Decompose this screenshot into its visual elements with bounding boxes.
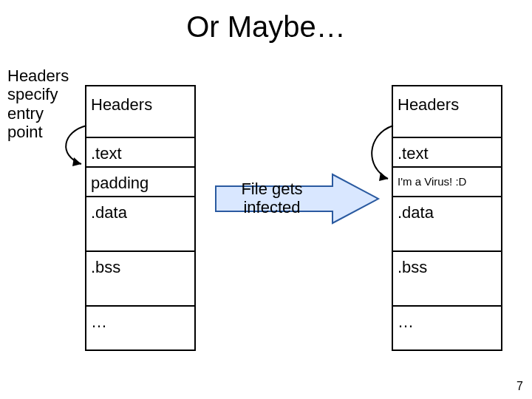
left-bss: .bss: [86, 255, 194, 280]
arrow-label: File gets infected: [228, 180, 316, 217]
right-sep-3: [393, 196, 501, 197]
right-headers: Headers: [393, 92, 501, 117]
right-file-block: Headers .text I'm a Virus! :D .data .bss…: [392, 85, 502, 351]
slide-title: Or Maybe…: [0, 10, 532, 44]
right-bss: .bss: [393, 255, 501, 280]
left-sep-5: [86, 305, 194, 307]
left-sep-3: [86, 196, 194, 197]
left-ellipsis: …: [86, 310, 194, 335]
right-ellipsis: …: [393, 310, 501, 335]
right-sep-4: [393, 250, 501, 252]
svg-marker-0: [72, 157, 81, 166]
left-headers: Headers: [86, 92, 194, 117]
left-entry-arrow-icon: [52, 126, 103, 177]
right-data: .data: [393, 200, 501, 225]
left-data: .data: [86, 200, 194, 225]
left-sep-4: [86, 250, 194, 252]
left-file-block: Headers .text padding .data .bss …: [85, 85, 196, 351]
page-number: 7: [516, 380, 523, 393]
slide: Or Maybe… Headers specify entry point He…: [0, 0, 532, 399]
right-sep-5: [393, 305, 501, 307]
